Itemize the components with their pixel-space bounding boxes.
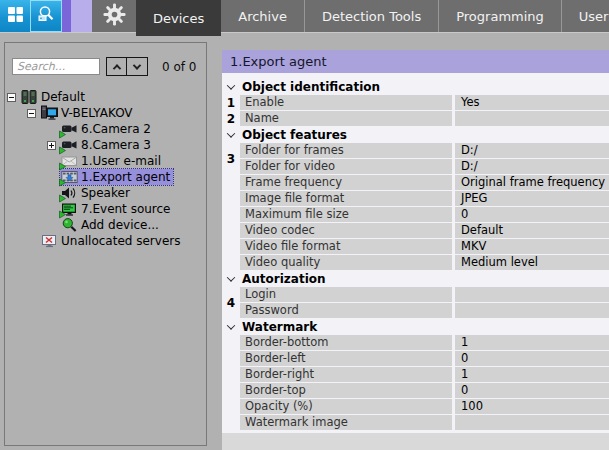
- tree-item-label: Speaker: [81, 186, 130, 200]
- group-number: 4: [222, 287, 240, 319]
- tree-item-add-device[interactable]: Add device...: [5, 217, 206, 233]
- property-row-folder-for-frames: Folder for framesD:/: [240, 143, 609, 158]
- camera-search-button[interactable]: [30, 0, 62, 32]
- expand-plus-icon[interactable]: [47, 141, 56, 150]
- device-tree: DefaultV-BELYAKOV6.Camera 28.Camera 31.U…: [5, 89, 206, 249]
- property-row-border-left: Border-left0: [240, 351, 609, 366]
- property-name: Border-bottom: [240, 335, 452, 350]
- section-collapse-chevron-icon[interactable]: [227, 129, 235, 137]
- property-name: Watermark image: [240, 415, 452, 430]
- property-group: 4LoginPassword: [222, 287, 609, 319]
- group-number: 2: [222, 111, 240, 127]
- property-value[interactable]: Medium level: [455, 255, 609, 270]
- property-value[interactable]: 0: [455, 351, 609, 366]
- property-value[interactable]: 1: [455, 335, 609, 350]
- property-value[interactable]: [455, 303, 609, 318]
- event-source-icon: [61, 201, 78, 217]
- properties-table: Object identification1EnableYes2NameObje…: [222, 73, 609, 433]
- property-row-image-file-format: Image file formatJPEG: [240, 191, 609, 206]
- tree-item-v-belyakov[interactable]: V-BELYAKOV: [5, 105, 206, 121]
- property-value[interactable]: 1: [455, 367, 609, 382]
- section-title: Autorization: [242, 272, 326, 286]
- export-agent-icon: [61, 169, 78, 185]
- tree-item-label: 7.Event source: [81, 202, 171, 216]
- tree-item-unallocated-servers[interactable]: Unallocated servers: [5, 233, 206, 249]
- chevron-up-icon: [112, 64, 120, 72]
- tab-detection-tools[interactable]: Detection Tools: [305, 0, 438, 32]
- property-group: 1EnableYes: [222, 95, 609, 111]
- property-value[interactable]: JPEG: [455, 191, 609, 206]
- property-value[interactable]: [455, 111, 609, 126]
- accent-stripe-dark: [62, 0, 71, 32]
- tab-users[interactable]: Users: [562, 0, 609, 32]
- tree-item-label: Unallocated servers: [61, 234, 180, 248]
- property-group: Frame frequencyOriginal frame frequencyI…: [222, 175, 609, 271]
- property-row-video-file-format: Video file formatMKV: [240, 239, 609, 254]
- tree-item-speaker[interactable]: Speaker: [5, 185, 206, 201]
- property-value[interactable]: 100: [455, 399, 609, 414]
- property-value[interactable]: Original frame frequency: [455, 175, 609, 190]
- section-collapse-chevron-icon[interactable]: [227, 81, 235, 89]
- tab-programming[interactable]: Programming: [439, 0, 561, 32]
- property-row-border-right: Border-right1: [240, 367, 609, 382]
- app-grid-icon: [7, 6, 24, 27]
- speaker-icon: [61, 185, 78, 201]
- property-row-name: Name: [240, 111, 609, 126]
- property-name: Image file format: [240, 191, 452, 206]
- property-value[interactable]: Yes: [455, 95, 609, 110]
- selected-object-title: 1.Export agent: [222, 50, 609, 73]
- property-name: Folder for frames: [240, 143, 452, 158]
- tree-item-default[interactable]: Default: [5, 89, 206, 105]
- camera-search-icon: [36, 4, 56, 28]
- property-row-watermark-image: Watermark image: [240, 415, 609, 430]
- property-row-folder-for-video: Folder for videoD:/: [240, 159, 609, 174]
- section-header-object-features: Object features: [222, 127, 609, 142]
- tree-item-7-event-source[interactable]: 7.Event source: [5, 201, 206, 217]
- section-collapse-chevron-icon[interactable]: [227, 321, 235, 329]
- property-row-frame-frequency: Frame frequencyOriginal frame frequency: [240, 175, 609, 190]
- section-collapse-chevron-icon[interactable]: [227, 273, 235, 281]
- property-value[interactable]: 0: [455, 383, 609, 398]
- section-title: Object features: [242, 128, 347, 142]
- property-name: Frame frequency: [240, 175, 452, 190]
- email-icon: [61, 153, 78, 169]
- search-next-button[interactable]: [127, 57, 148, 76]
- top-toolbar: DevicesArchiveDetection ToolsProgramming…: [0, 0, 609, 33]
- property-row-border-top: Border-top0: [240, 383, 609, 398]
- app-grid-button[interactable]: [0, 0, 30, 32]
- tab-archive[interactable]: Archive: [221, 0, 304, 32]
- search-result-counter: 0 of 0: [162, 60, 196, 74]
- search-prev-button[interactable]: [106, 57, 127, 76]
- tree-item-label: 6.Camera 2: [81, 122, 151, 136]
- settings-gear-button[interactable]: [92, 0, 136, 32]
- section-title: Object identification: [242, 80, 380, 94]
- property-row-opacity: Opacity (%)100: [240, 399, 609, 414]
- property-value[interactable]: [455, 415, 609, 430]
- property-value[interactable]: [455, 287, 609, 302]
- property-value[interactable]: D:/: [455, 143, 609, 158]
- tree-item-label: 8.Camera 3: [81, 138, 151, 152]
- property-value[interactable]: Default: [455, 223, 609, 238]
- property-row-video-codec: Video codecDefault: [240, 223, 609, 238]
- property-name: Border-top: [240, 383, 452, 398]
- property-group: 2Name: [222, 111, 609, 127]
- property-name: Border-right: [240, 367, 452, 382]
- property-value[interactable]: 0: [455, 207, 609, 222]
- tree-item-label: Default: [41, 90, 85, 104]
- group-number: 1: [222, 95, 240, 111]
- property-value[interactable]: D:/: [455, 159, 609, 174]
- tab-devices[interactable]: Devices: [136, 0, 221, 36]
- camera-icon: [61, 137, 78, 153]
- tree-item-8-camera-3[interactable]: 8.Camera 3: [5, 137, 206, 153]
- tree-item-6-camera-2[interactable]: 6.Camera 2: [5, 121, 206, 137]
- property-group: 3Folder for framesD:/Folder for videoD:/: [222, 143, 609, 175]
- tree-item-1-export-agent[interactable]: 1.Export agent: [5, 169, 206, 185]
- property-name: Name: [240, 111, 452, 126]
- tree-item-label: 1.User e-mail: [81, 154, 161, 168]
- property-value[interactable]: MKV: [455, 239, 609, 254]
- collapse-minus-icon[interactable]: [27, 109, 36, 118]
- search-input[interactable]: [12, 58, 100, 75]
- property-group: Border-bottom1Border-left0Border-right1B…: [222, 335, 609, 431]
- collapse-minus-icon[interactable]: [7, 93, 16, 102]
- tree-item-1-user-e-mail[interactable]: 1.User e-mail: [5, 153, 206, 169]
